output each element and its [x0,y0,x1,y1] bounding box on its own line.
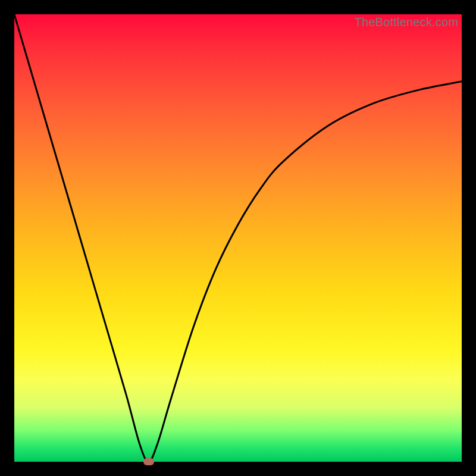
minimum-marker [143,458,154,465]
chart-frame: TheBottleneck.com [14,14,462,462]
curve-svg [14,14,462,462]
chart-plot-area: TheBottleneck.com [14,14,462,462]
curve-path [14,14,462,462]
